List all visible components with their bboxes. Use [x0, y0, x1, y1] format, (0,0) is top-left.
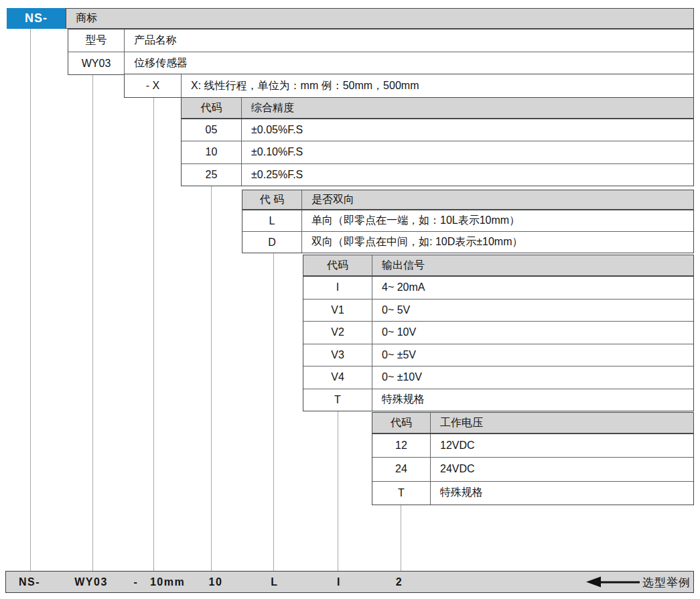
- connector-line-stroke: [153, 98, 154, 572]
- voltage-table: 代码 工作电压 12 12VDC 24 24VDC T 特殊规格: [372, 412, 694, 505]
- accuracy-row: 10 ±0.10%F.S: [182, 141, 693, 163]
- value-cell: ±0.05%F.S: [242, 119, 693, 141]
- model-label-cell: 位移传感器: [125, 52, 693, 74]
- example-caption: 选型举例: [642, 574, 691, 590]
- example-part-direction: L: [271, 576, 278, 588]
- value-cell: 0~ ±10V: [372, 367, 693, 389]
- trademark-header-cell: 商标: [66, 8, 694, 29]
- voltage-row: 24 24VDC: [372, 458, 693, 481]
- code-cell: T: [303, 389, 372, 411]
- voltage-row: T 特殊规格: [372, 482, 693, 505]
- output-row: V3 0~ ±5V: [303, 344, 693, 367]
- arrow-left-icon: [586, 577, 601, 588]
- direction-row: D 双向（即零点在中间，如: 10D表示±10mm）: [242, 232, 693, 253]
- example-part-output: I: [337, 576, 341, 588]
- code-cell: I: [303, 277, 372, 299]
- output-row: T 特殊规格: [303, 389, 693, 411]
- value-cell: 单向（即零点在一端，如：10L表示10mm）: [302, 210, 693, 231]
- prefix-code-cell: NS-: [7, 8, 66, 29]
- value-cell: 0~ 5V: [372, 300, 693, 322]
- code-cell: 10: [182, 141, 242, 163]
- model-row: WY03 位移传感器: [68, 52, 693, 74]
- accuracy-row: 05 ±0.05%F.S: [182, 119, 693, 141]
- code-cell: 25: [182, 164, 242, 186]
- model-header-row: 型号 产品名称: [68, 29, 693, 52]
- direction-header-row: 代 码 是否双向: [242, 190, 693, 210]
- example-pointer: 选型举例: [586, 574, 691, 590]
- example-part-prefix: NS-: [19, 576, 40, 588]
- connector-line-direction: [273, 253, 274, 572]
- accuracy-table: 代码 综合精度 05 ±0.05%F.S 10 ±0.10%F.S 25 ±0.…: [181, 97, 694, 186]
- voltage-value-header-cell: 工作电压: [431, 413, 693, 433]
- code-cell: D: [242, 232, 302, 253]
- direction-value-header-cell: 是否双向: [302, 190, 693, 209]
- connector-line-prefix: [30, 29, 31, 572]
- connector-line-accuracy: [211, 186, 212, 572]
- output-code-header-cell: 代码: [303, 255, 372, 275]
- stroke-label-cell: X: 线性行程，单位为：mm 例：50mm，500mm: [182, 74, 693, 97]
- accuracy-code-header-cell: 代码: [182, 98, 242, 118]
- code-cell: V1: [303, 300, 372, 322]
- value-cell: 4~ 20mA: [372, 277, 693, 299]
- output-row: V4 0~ ±10V: [303, 367, 693, 389]
- code-cell: V2: [303, 322, 372, 344]
- code-cell: V4: [303, 367, 372, 389]
- output-value-header-cell: 输出信号: [372, 255, 693, 275]
- direction-code-header-cell: 代 码: [242, 190, 302, 209]
- code-cell: L: [242, 210, 302, 231]
- connector-line-model: [92, 75, 93, 572]
- example-bar: NS- WY03 - 10mm 10 L I 2 选型举例: [5, 571, 694, 593]
- connector-line-output: [338, 411, 338, 572]
- model-code-cell: WY03: [68, 52, 125, 74]
- value-cell: ±0.10%F.S: [242, 141, 693, 163]
- code-cell: 12: [372, 434, 431, 457]
- value-cell: 0~ 10V: [372, 322, 693, 344]
- voltage-row: 12 12VDC: [372, 434, 693, 458]
- model-table: 型号 产品名称 WY03 位移传感器: [68, 29, 694, 75]
- example-part-stroke: 10mm: [150, 576, 185, 588]
- output-row: V2 0~ 10V: [303, 322, 693, 344]
- direction-row: L 单向（即零点在一端，如：10L表示10mm）: [242, 210, 693, 232]
- example-part-accuracy: 10: [209, 576, 223, 588]
- direction-table: 代 码 是否双向 L 单向（即零点在一端，如：10L表示10mm） D 双向（即…: [242, 190, 694, 253]
- voltage-code-header-cell: 代码: [372, 413, 431, 433]
- output-header-row: 代码 输出信号: [303, 255, 693, 277]
- model-header-code-cell: 型号: [68, 29, 125, 52]
- example-part-model: WY03: [74, 576, 108, 588]
- value-cell: 双向（即零点在中间，如: 10D表示±10mm）: [302, 232, 693, 253]
- model-selection-diagram: NS- 商标 型号 产品名称 WY03 位移传感器 - X X: 线性行程，单位…: [0, 0, 700, 599]
- stroke-cells: - X X: 线性行程，单位为：mm 例：50mm，500mm: [125, 74, 693, 97]
- model-header-label-cell: 产品名称: [125, 29, 693, 52]
- voltage-header-row: 代码 工作电压: [372, 413, 693, 434]
- code-cell: 05: [182, 119, 242, 141]
- code-cell: 24: [372, 458, 431, 480]
- value-cell: 0~ ±5V: [372, 344, 693, 367]
- value-cell: 特殊规格: [372, 389, 693, 411]
- output-row: V1 0~ 5V: [303, 300, 693, 322]
- value-cell: ±0.25%F.S: [242, 164, 693, 186]
- arrow-tail-line: [601, 581, 640, 583]
- accuracy-row: 25 ±0.25%F.S: [182, 164, 693, 186]
- accuracy-header-row: 代码 综合精度: [182, 98, 693, 119]
- code-cell: T: [372, 482, 431, 505]
- example-part-dash: -: [134, 576, 139, 588]
- stroke-code-cell: - X: [125, 74, 182, 97]
- value-cell: 24VDC: [431, 458, 693, 480]
- accuracy-value-header-cell: 综合精度: [242, 98, 693, 118]
- output-table: 代码 输出信号 I 4~ 20mA V1 0~ 5V V2 0~ 10V V3 …: [303, 255, 694, 411]
- output-row: I 4~ 20mA: [303, 277, 693, 300]
- example-part-voltage: 2: [396, 576, 403, 588]
- stroke-row: - X X: 线性行程，单位为：mm 例：50mm，500mm: [124, 74, 694, 98]
- connector-line-voltage: [401, 505, 401, 572]
- value-cell: 12VDC: [431, 434, 693, 457]
- code-cell: V3: [303, 344, 372, 367]
- value-cell: 特殊规格: [431, 482, 693, 505]
